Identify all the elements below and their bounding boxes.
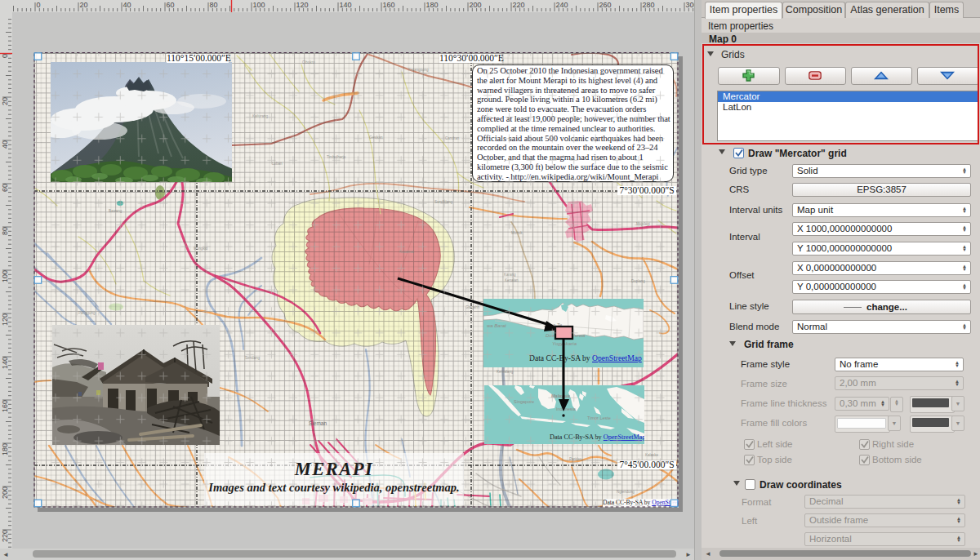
svg-text:200: 200 xyxy=(470,1,482,9)
svg-text:220: 220 xyxy=(1,530,9,542)
svg-text:40: 40 xyxy=(123,1,131,9)
svg-text:0: 0 xyxy=(37,1,41,9)
svg-text:180: 180 xyxy=(1,443,9,456)
svg-text:160: 160 xyxy=(1,400,9,412)
svg-text:240: 240 xyxy=(556,1,568,9)
svg-text:100: 100 xyxy=(253,1,265,9)
svg-text:40: 40 xyxy=(1,140,9,149)
svg-text:0: 0 xyxy=(1,54,9,58)
svg-text:20: 20 xyxy=(80,1,88,9)
svg-text:80: 80 xyxy=(210,1,218,9)
svg-text:140: 140 xyxy=(1,357,9,369)
svg-text:60: 60 xyxy=(167,1,175,9)
svg-text:80: 80 xyxy=(1,227,9,235)
svg-text:120: 120 xyxy=(296,1,309,9)
svg-text:100: 100 xyxy=(1,270,9,282)
svg-text:280: 280 xyxy=(643,1,655,9)
svg-text:200: 200 xyxy=(1,487,9,499)
svg-text:180: 180 xyxy=(426,1,439,9)
svg-text:60: 60 xyxy=(1,184,9,192)
svg-text:20: 20 xyxy=(1,97,9,105)
svg-text:140: 140 xyxy=(340,1,352,9)
svg-text:260: 260 xyxy=(599,1,612,9)
svg-text:160: 160 xyxy=(383,1,395,9)
svg-text:120: 120 xyxy=(1,313,9,326)
svg-text:220: 220 xyxy=(513,1,525,9)
